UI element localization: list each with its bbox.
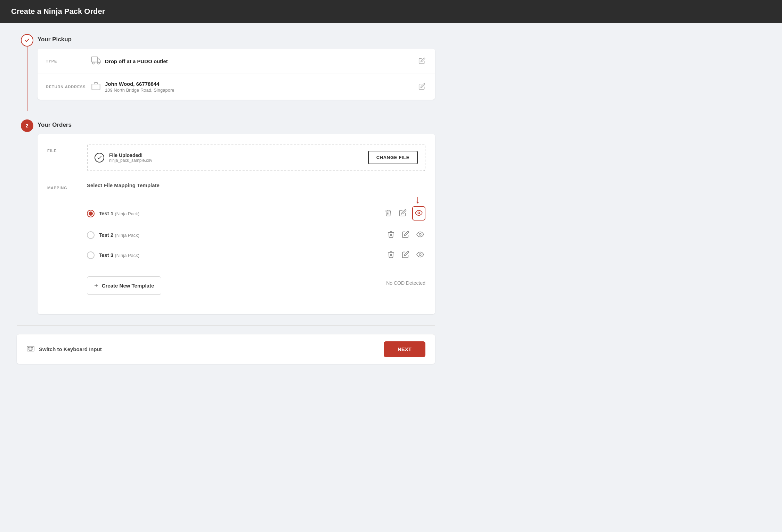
step-2-label: Your Orders bbox=[38, 119, 435, 128]
truck-icon bbox=[91, 56, 105, 67]
file-uploaded-title: File Uploaded! bbox=[109, 152, 152, 158]
template-test3-actions bbox=[386, 249, 425, 261]
test3-view-button[interactable] bbox=[415, 249, 425, 261]
template-test3-type: (Ninja Pack) bbox=[115, 253, 139, 258]
template-test1-name: Test 1 (Ninja Pack) bbox=[99, 210, 383, 216]
page-title: Create a Ninja Pack Order bbox=[11, 7, 771, 16]
change-file-button[interactable]: CHANGE FILE bbox=[368, 151, 418, 164]
mapping-placeholder: Select File Mapping Template bbox=[87, 182, 425, 188]
keyboard-icon bbox=[26, 344, 35, 354]
test1-edit-button[interactable] bbox=[398, 208, 408, 219]
test1-view-button[interactable] bbox=[412, 206, 425, 221]
step-2-container: 2 Your Orders FILE bbox=[17, 119, 435, 325]
file-info: File Uploaded! ninja_pack_sample.csv bbox=[109, 152, 152, 163]
file-upload-box: File Uploaded! ninja_pack_sample.csv CHA… bbox=[87, 144, 425, 171]
radio-test2[interactable] bbox=[87, 231, 95, 239]
create-template-label: Create New Template bbox=[102, 283, 154, 289]
orders-card: FILE File Uploaded! bbox=[38, 134, 435, 314]
svg-point-1 bbox=[92, 62, 95, 64]
type-row: TYPE Drop off at a PUDO outlet bbox=[38, 49, 435, 74]
test2-delete-button[interactable] bbox=[386, 229, 396, 241]
step-1-label: Your Pickup bbox=[38, 34, 435, 43]
step-1-circle bbox=[21, 34, 33, 47]
return-address-row: RETURN ADDRESS John Wood, 66778844 109 N… bbox=[38, 74, 435, 100]
check-icon bbox=[24, 37, 30, 43]
file-upload-left: File Uploaded! ninja_pack_sample.csv bbox=[95, 152, 152, 163]
template-test3-name: Test 3 (Ninja Pack) bbox=[99, 252, 386, 258]
template-test1-type: (Ninja Pack) bbox=[115, 211, 139, 216]
arrow-container: ↓ bbox=[87, 194, 424, 205]
red-arrow: ↓ bbox=[415, 194, 421, 205]
file-check-icon bbox=[95, 153, 104, 163]
step-1-container: Your Pickup TYPE Drop off at a PUD bbox=[17, 34, 435, 111]
return-address-value: John Wood, 66778844 109 North Bridge Roa… bbox=[105, 81, 417, 93]
bottom-row-mapping: + Create New Template No COD Detected bbox=[87, 271, 425, 295]
file-label: FILE bbox=[47, 144, 79, 171]
next-button[interactable]: NEXT bbox=[384, 341, 425, 357]
bottom-bar: Switch to Keyboard Input NEXT bbox=[17, 334, 435, 364]
step-2-circle: 2 bbox=[21, 119, 33, 132]
step-2-content: Your Orders FILE bbox=[38, 119, 435, 325]
step-1-card: TYPE Drop off at a PUDO outlet bbox=[38, 49, 435, 100]
template-test1-actions bbox=[383, 206, 425, 221]
plus-icon: + bbox=[94, 282, 98, 290]
no-cod-text: No COD Detected bbox=[386, 280, 425, 286]
radio-test1[interactable] bbox=[87, 210, 95, 217]
step-line-1 bbox=[27, 47, 27, 111]
template-row-test3[interactable]: Test 3 (Ninja Pack) bbox=[87, 245, 425, 265]
step-1-content: Your Pickup TYPE Drop off at a PUD bbox=[38, 34, 435, 111]
section-divider bbox=[17, 111, 435, 111]
page-header: Create a Ninja Pack Order bbox=[0, 0, 782, 23]
template-test2-name: Test 2 (Ninja Pack) bbox=[99, 232, 386, 238]
file-name: ninja_pack_sample.csv bbox=[109, 158, 152, 163]
template-test2-type: (Ninja Pack) bbox=[115, 233, 139, 238]
step-1-indicator bbox=[17, 34, 38, 111]
mapping-row: MAPPING Select File Mapping Template ↓ T… bbox=[47, 181, 425, 295]
type-value-main: Drop off at a PUDO outlet bbox=[105, 58, 417, 64]
test2-edit-button[interactable] bbox=[400, 229, 411, 241]
create-template-button[interactable]: + Create New Template bbox=[87, 276, 161, 295]
template-test2-actions bbox=[386, 229, 425, 241]
template-row-test1[interactable]: Test 1 (Ninja Pack) bbox=[87, 202, 425, 225]
radio-test3[interactable] bbox=[87, 251, 95, 259]
switch-keyboard-label: Switch to Keyboard Input bbox=[39, 346, 102, 352]
svg-point-7 bbox=[419, 253, 421, 256]
return-address-label: RETURN ADDRESS bbox=[46, 85, 91, 89]
svg-rect-3 bbox=[92, 84, 100, 90]
type-label: TYPE bbox=[46, 59, 91, 63]
mapping-label: MAPPING bbox=[47, 181, 79, 295]
test3-delete-button[interactable] bbox=[386, 249, 396, 261]
template-row-test2[interactable]: Test 2 (Ninja Pack) bbox=[87, 225, 425, 245]
section-divider-2 bbox=[17, 325, 435, 326]
return-address-main: John Wood, 66778844 bbox=[105, 81, 417, 87]
return-address-sub: 109 North Bridge Road, Singapore bbox=[105, 88, 417, 93]
file-row: FILE File Uploaded! bbox=[47, 144, 425, 171]
main-content: Your Pickup TYPE Drop off at a PUD bbox=[0, 23, 452, 375]
test1-delete-button[interactable] bbox=[383, 208, 393, 219]
building-icon bbox=[91, 81, 105, 92]
file-content: File Uploaded! ninja_pack_sample.csv CHA… bbox=[87, 144, 425, 171]
svg-rect-0 bbox=[91, 57, 98, 62]
test3-edit-button[interactable] bbox=[400, 249, 411, 261]
type-edit-button[interactable] bbox=[417, 56, 427, 67]
svg-point-6 bbox=[419, 233, 421, 235]
svg-point-5 bbox=[418, 212, 420, 214]
return-address-edit-button[interactable] bbox=[417, 82, 427, 92]
type-value: Drop off at a PUDO outlet bbox=[105, 58, 417, 64]
step-2-indicator: 2 bbox=[17, 119, 38, 325]
mapping-content: Select File Mapping Template ↓ Test 1 (N… bbox=[87, 182, 425, 295]
test2-view-button[interactable] bbox=[415, 229, 425, 241]
